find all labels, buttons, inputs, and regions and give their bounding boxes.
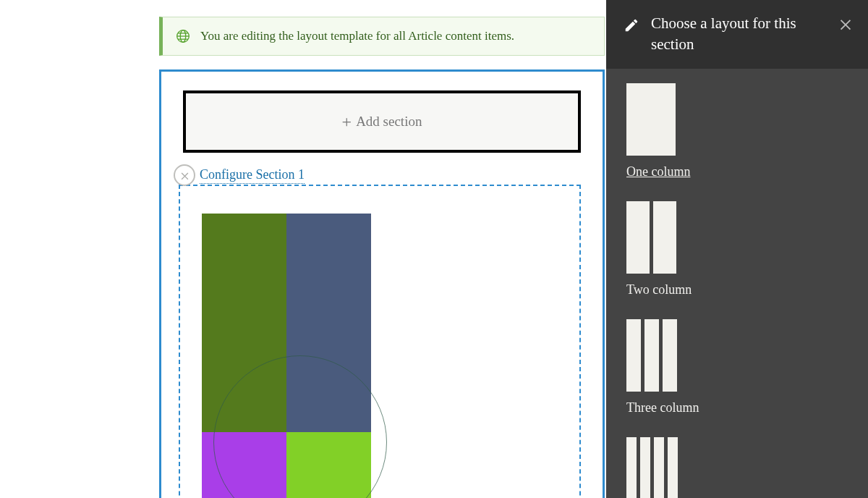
- add-section-button[interactable]: + Add section: [183, 90, 581, 153]
- remove-section-button[interactable]: [174, 164, 195, 186]
- section-body[interactable]: [179, 185, 581, 498]
- globe-icon: [176, 29, 190, 43]
- layout-option-label: Three column: [626, 400, 848, 415]
- close-icon: [838, 16, 854, 32]
- media-block: [202, 214, 371, 498]
- panel-body: One column Two column Three column Four …: [606, 69, 868, 498]
- status-message: You are editing the layout template for …: [159, 17, 605, 56]
- panel-close-button[interactable]: [838, 16, 854, 32]
- layout-option-two-column[interactable]: Two column: [626, 201, 848, 297]
- status-message-text: You are editing the layout template for …: [200, 29, 514, 43]
- close-icon: [179, 170, 190, 181]
- layout-option-label: One column: [626, 164, 848, 180]
- layout-option-label: Two column: [626, 282, 848, 297]
- layout-thumb: [626, 437, 848, 498]
- main-content: You are editing the layout template for …: [159, 17, 605, 498]
- plus-icon: +: [342, 113, 352, 130]
- panel-title: Choose a layout for this section: [651, 13, 830, 56]
- layout-chooser-panel: Choose a layout for this section One col…: [606, 0, 868, 498]
- configure-section-link[interactable]: Configure Section 1: [200, 167, 305, 184]
- panel-header: Choose a layout for this section: [606, 0, 868, 69]
- layout-thumb: [626, 83, 848, 156]
- pencil-icon: [624, 17, 639, 33]
- layout-thumb: [626, 201, 848, 274]
- section-header: Configure Section 1: [176, 164, 581, 186]
- layout-thumb: [626, 319, 848, 392]
- add-section-label: Add section: [356, 114, 422, 130]
- layout-canvas: + Add section Configure Section 1: [159, 69, 605, 498]
- layout-option-four-column[interactable]: Four column: [626, 437, 848, 498]
- layout-option-one-column[interactable]: One column: [626, 83, 848, 180]
- layout-option-three-column[interactable]: Three column: [626, 319, 848, 415]
